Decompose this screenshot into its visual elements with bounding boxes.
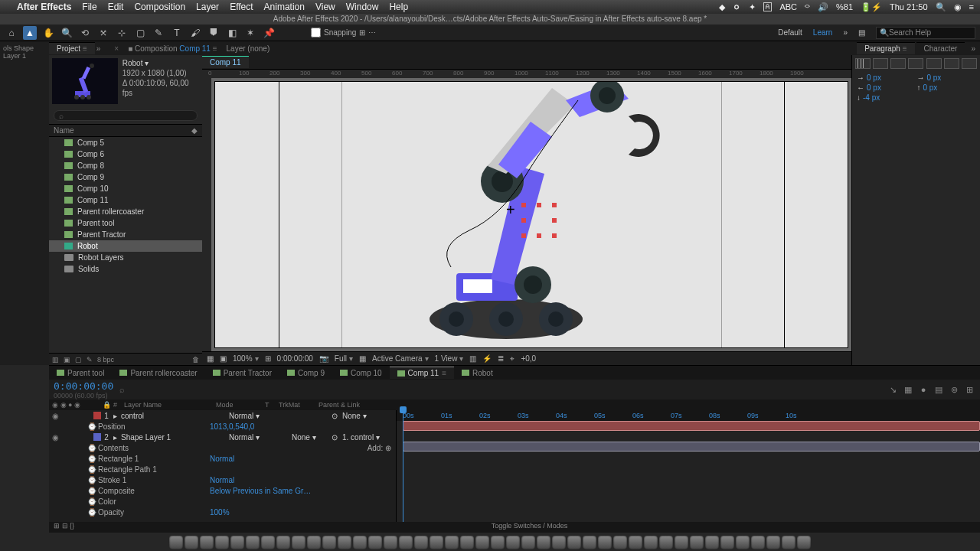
align-right-button[interactable] [890,58,906,69]
timeline-property-row[interactable]: ⌚CompositeBelow Previous in Same Gr… [49,485,396,496]
menu-effect[interactable]: Effect [230,2,253,12]
dock-app-icon[interactable] [506,536,520,549]
snapshot-icon[interactable]: 📷 [319,354,328,363]
timeline-tab[interactable]: Parent Tractor [205,367,279,379]
learn-link[interactable]: Learn [813,28,833,37]
status-icon[interactable]: ✦ [749,2,756,12]
layer-bar-1[interactable] [403,421,980,431]
timeline-property-row[interactable]: ⌚ContentsAdd: ⊕ [49,442,396,453]
align-left-button[interactable] [855,58,871,69]
menu-layer[interactable]: Layer [196,2,219,12]
flow-chart-icon[interactable]: ⌖ [510,354,514,364]
dock-app-icon[interactable] [261,536,275,549]
col-t[interactable]: T [265,401,279,409]
indent-field[interactable]: →0 px [857,73,913,82]
framemix-icon[interactable]: ▦ [902,385,914,395]
zoom-tool[interactable]: 🔍 [60,26,74,40]
dock-app-icon[interactable] [583,536,596,549]
resolution-dropdown[interactable]: Full [335,354,353,363]
project-item[interactable]: Comp 6 [49,148,202,160]
camera-tool[interactable]: ⤧ [96,26,110,40]
footage-thumbnail[interactable] [52,58,118,104]
timeline-tab[interactable]: Parent rollercoaster [112,367,204,379]
volume-icon[interactable]: 🔊 [818,2,828,12]
siri-icon[interactable]: ◉ [954,2,962,12]
dock-app-icon[interactable] [185,536,198,549]
graph-editor-icon[interactable]: ▤ [933,385,945,395]
dock-app-icon[interactable] [292,536,305,549]
menu-file[interactable]: File [82,2,96,12]
menu-window[interactable]: Window [346,2,379,12]
project-search-input[interactable]: ⌕ [54,110,198,121]
dock-app-icon[interactable] [644,536,658,549]
dock-app-icon[interactable] [659,536,673,549]
brain-icon[interactable]: ⊚ [948,385,960,395]
type-tool[interactable]: T [170,26,184,40]
character-panel-tab[interactable]: Character [916,42,965,54]
dock-app-icon[interactable] [307,536,321,549]
dock-app-icon[interactable] [521,536,535,549]
pen-tool[interactable]: ✎ [152,26,165,40]
eraser-tool[interactable]: ◧ [225,26,239,40]
align-center-button[interactable] [873,58,888,69]
search-help-input[interactable]: 🔍 Search Help [876,27,975,39]
comp-icon[interactable]: ▢ [75,356,82,364]
type-column-header[interactable]: ◆ [191,126,198,135]
indent-field[interactable]: →0 px [916,73,973,82]
timeline-ruler[interactable]: 00s01s02s03s04s05s06s07s08s09s10s [397,410,980,421]
rotate-tool[interactable]: ⟲ [78,26,92,40]
dock-app-icon[interactable] [384,536,397,549]
project-panel-tab[interactable]: Project ≡ [49,42,95,54]
dock-app-icon[interactable] [629,536,642,549]
dock-app-icon[interactable] [598,536,612,549]
project-item[interactable]: Parent tool [49,217,202,229]
timeline-tab[interactable]: Robot [454,367,501,379]
menu-help[interactable]: Help [389,2,408,12]
name-column-header[interactable]: Name [54,126,74,135]
bin-icon[interactable]: ▥ [52,356,59,364]
resolution-icon[interactable]: ⊞ [265,354,271,363]
timeline-icon[interactable]: ≣ [498,354,504,363]
roto-tool[interactable]: ✶ [243,26,257,40]
dock-app-icon[interactable] [567,536,581,549]
dock-app-icon[interactable] [169,536,183,549]
grid-toggle-icon[interactable]: ▦ [207,354,214,363]
dock-app-icon[interactable] [230,536,244,549]
shape-rect-tool[interactable]: ▢ [133,26,147,40]
dock-app-icon[interactable] [475,536,489,549]
project-item[interactable]: Comp 11 [49,194,202,206]
timeline-tab[interactable]: Comp 11 ≡ [390,367,454,379]
dock-app-icon[interactable] [215,536,229,549]
clone-tool[interactable]: ⛊ [207,26,220,40]
dock-app-icon[interactable] [537,536,550,549]
viewer-comp-tab[interactable]: Comp 11 [202,56,249,68]
layer-panel-tab[interactable]: Layer (none) [222,43,275,54]
timeline-footer-icons[interactable]: ⊞ ⊟ {} [49,522,79,533]
bpc-toggle[interactable]: 8 bpc [97,356,114,364]
workspace-selector[interactable]: Default [778,28,802,37]
indent-field[interactable]: ←0 px [857,83,913,92]
wifi-icon[interactable]: ⌔ [805,2,810,11]
composition-canvas[interactable]: + [214,81,848,348]
chevrons-icon[interactable]: » [966,44,980,53]
dock-app-icon[interactable] [338,536,351,549]
dock-app-icon[interactable] [414,536,428,549]
chevrons-icon[interactable]: » [843,28,848,37]
project-item[interactable]: Solids [49,263,202,275]
project-item[interactable]: Comp 8 [49,160,202,171]
project-item[interactable]: Robot Layers [49,252,202,263]
views-dropdown[interactable]: 1 View [435,354,464,363]
snapping-checkbox[interactable] [311,28,321,37]
transparency-icon[interactable]: ▦ [359,354,366,363]
dock-app-icon[interactable] [430,536,443,549]
mask-toggle-icon[interactable]: ▣ [220,354,227,363]
timeline-property-row[interactable]: ⌚Color [49,496,396,507]
puppet-tool[interactable]: 📌 [262,26,276,40]
lang-indicator[interactable]: ABC [779,2,797,11]
menu-view[interactable]: View [315,2,335,12]
project-item[interactable]: Comp 5 [49,137,202,148]
fast-preview-icon[interactable]: ⚡ [482,354,492,363]
dock-app-icon[interactable] [797,536,811,549]
dock-app-icon[interactable] [491,536,505,549]
adjust-icon[interactable]: ✎ [87,356,93,364]
